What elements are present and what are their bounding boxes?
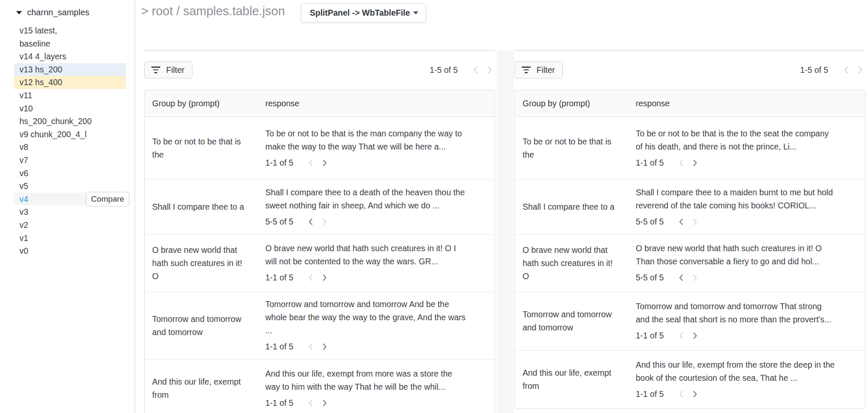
table-row: And this our life, exempt from And this … [515, 351, 865, 408]
sidebar-item-version[interactable]: v13 hs_200 [14, 63, 126, 76]
response-cell: Tomorrow and tomorrow and tomorrow That … [636, 292, 865, 350]
collapse-caret-icon [16, 11, 22, 14]
cell-pagination: 1-1 of 5 [265, 340, 467, 353]
response-text: To be or not to be that is the man compa… [265, 127, 467, 153]
data-table: Group by (prompt) response To be or not … [144, 90, 495, 413]
sidebar-item-version[interactable]: v0 [14, 244, 126, 258]
table-row: Tomorrow and tomorrow and tomorrow Tomor… [145, 292, 495, 360]
response-text: And this our life, exempt from more was … [265, 367, 467, 394]
next-page-icon[interactable] [690, 389, 700, 399]
prompt-cell: Tomorrow and tomorrow and tomorrow [515, 292, 636, 350]
table-row: To be or not to be that is the To be or … [515, 117, 865, 180]
cell-pagination: 1-1 of 5 [265, 156, 467, 169]
split-panel-gutter[interactable] [497, 50, 514, 413]
cell-pagination-label: 1-1 of 5 [636, 329, 664, 342]
next-page-icon[interactable] [320, 158, 330, 168]
column-header-response[interactable]: response [265, 99, 495, 108]
table-panel-left: Filter 1-5 of 5 Group by (prompt) respon… [144, 50, 495, 413]
response-text: Tomorrow and tomorrow and tomorrow That … [636, 300, 837, 326]
prompt-cell: O brave new world that hath such creatur… [515, 235, 636, 291]
sidebar-item-version[interactable]: hs_200_chunk_200 [14, 115, 126, 128]
sidebar-item-version-selected[interactable]: v4 Compare [14, 193, 126, 206]
prompt-cell: Shall I compare thee to a [145, 180, 265, 234]
next-page-icon[interactable] [690, 158, 700, 168]
response-cell: And this our life, exempt from more was … [265, 360, 495, 413]
prev-page-icon [305, 158, 315, 168]
sidebar-item-version[interactable]: v6 [14, 167, 126, 180]
cell-pagination: 5-5 of 5 [265, 215, 467, 228]
cell-pagination: 1-1 of 5 [265, 396, 467, 410]
sidebar-item-version[interactable]: baseline [14, 37, 126, 50]
version-list: v15 latest, baseline v14 4_layers v13 hs… [0, 24, 134, 258]
sidebar-item-version[interactable]: v10 [14, 102, 126, 115]
filter-icon [151, 67, 160, 73]
table-header-row: Group by (prompt) response [515, 90, 865, 117]
artifact-collection-header[interactable]: charnn_samples [16, 8, 89, 17]
cell-pagination: 1-1 of 5 [636, 329, 837, 342]
sidebar-item-version[interactable]: v12 hs_400 [14, 76, 126, 89]
pagination-label: 1-5 of 5 [430, 65, 458, 75]
sidebar-item-version[interactable]: v9 chunk_200_4_l [14, 128, 126, 141]
sidebar-item-version[interactable]: v7 [14, 154, 126, 167]
prompt-cell: Shall I compare thee to a [515, 180, 636, 234]
prev-page-icon [676, 389, 686, 399]
next-page-icon [690, 273, 700, 283]
cell-pagination-label: 1-1 of 5 [265, 396, 293, 410]
prev-page-icon[interactable] [305, 216, 315, 227]
next-page-icon[interactable] [320, 342, 330, 352]
prev-page-icon [305, 398, 315, 408]
prompt-cell: To be or not to be that is the [145, 117, 265, 179]
sidebar-item-version[interactable]: v5 [14, 180, 126, 193]
sidebar-item-version[interactable]: v15 latest, [14, 24, 126, 37]
table-row: Tomorrow and tomorrow and tomorrow Tomor… [515, 292, 865, 351]
prev-page-icon[interactable] [676, 216, 686, 227]
cell-pagination-label: 1-1 of 5 [265, 271, 293, 284]
panel-type-dropdown[interactable]: SplitPanel -> WbTableFile [301, 3, 426, 22]
next-page-icon[interactable] [690, 331, 700, 341]
cell-pagination-label: 1-1 of 5 [636, 388, 664, 401]
prev-page-icon [841, 65, 851, 75]
table-toolbar: Filter 1-5 of 5 [515, 61, 865, 78]
filter-button[interactable]: Filter [144, 61, 192, 78]
next-page-icon[interactable] [320, 398, 330, 408]
sidebar-item-version[interactable]: v8 [14, 141, 126, 154]
cell-pagination-label: 1-1 of 5 [265, 340, 293, 353]
artifact-sidebar: charnn_samples v15 latest, baseline v14 … [0, 0, 134, 413]
compare-button[interactable]: Compare [86, 192, 129, 206]
prompt-cell: Tomorrow and tomorrow and tomorrow [145, 292, 265, 359]
table-row: And this our life, exempt from And this … [145, 360, 495, 413]
response-cell: Shall I compare thee to a maiden burnt t… [636, 180, 865, 234]
table-row: O brave new world that hath such creatur… [145, 235, 495, 292]
response-cell: O brave new world that hath such creatur… [636, 235, 865, 291]
sidebar-item-version[interactable]: v3 [14, 205, 126, 219]
response-text: O brave new world that hath such creatur… [636, 242, 837, 268]
next-page-icon [320, 216, 330, 227]
sidebar-item-version[interactable]: v2 [14, 219, 126, 232]
prev-page-icon [305, 273, 315, 283]
response-cell: Tomorrow and tomorrow and tomorrow And b… [265, 292, 495, 359]
sidebar-item-version[interactable]: v14 4_layers [14, 50, 126, 63]
response-text: Shall I compare thee to a death of the h… [265, 186, 467, 212]
response-cell: O brave new world that hath such creatur… [265, 235, 495, 291]
response-text: O brave new world that hath such creatur… [265, 242, 467, 268]
cell-pagination: 5-5 of 5 [636, 271, 837, 284]
column-header-groupby[interactable]: Group by (prompt) [145, 99, 265, 108]
sidebar-item-version[interactable]: v11 [14, 89, 126, 102]
prompt-cell: And this our life, exempt from [145, 360, 265, 413]
sidebar-item-version[interactable]: v1 [14, 232, 126, 245]
collection-name: charnn_samples [27, 8, 89, 17]
prev-page-icon[interactable] [676, 273, 686, 283]
cell-pagination-label: 5-5 of 5 [636, 215, 664, 228]
filter-button[interactable]: Filter [515, 61, 563, 78]
breadcrumb[interactable]: > root / samples.table.json [141, 4, 285, 18]
cell-pagination: 1-1 of 5 [636, 156, 837, 169]
column-header-groupby[interactable]: Group by (prompt) [515, 99, 636, 108]
column-header-response[interactable]: response [636, 99, 865, 108]
next-page-icon[interactable] [320, 273, 330, 283]
table-row: O brave new world that hath such creatur… [515, 235, 865, 292]
table-row: Shall I compare thee to a Shall I compar… [515, 180, 865, 235]
cell-pagination-label: 1-1 of 5 [265, 156, 293, 169]
chevron-down-icon [413, 11, 418, 14]
prompt-cell: And this our life, exempt from [515, 351, 636, 408]
prev-page-icon [305, 342, 315, 352]
